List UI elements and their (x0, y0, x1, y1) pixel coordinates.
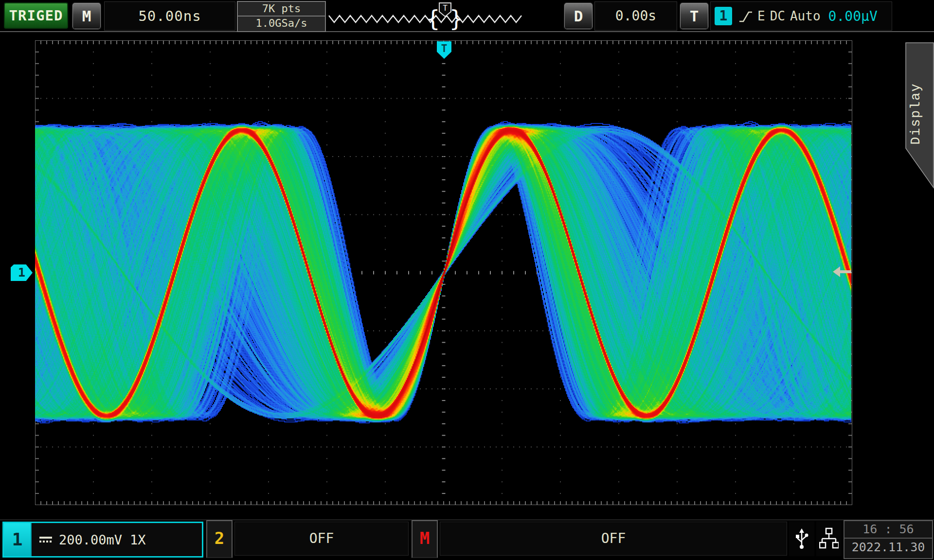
acquisition-readout: 7K pts 1.0GSa/s (237, 1, 326, 32)
clock-panel: 16 : 56 2022.11.30 (844, 520, 933, 559)
trigger-status-badge: TRIGED (4, 2, 68, 29)
usb-icon (794, 527, 809, 550)
dc-coupling-icon (39, 537, 53, 542)
trigger-edge-label: E (757, 9, 765, 23)
channel1-badge[interactable]: 1 (4, 523, 32, 556)
channel1-status[interactable]: 1 200.00mV 1X (2, 522, 203, 558)
channel1-scale: 200.00mV (59, 532, 122, 547)
delay-readout: 0.00s (594, 1, 677, 31)
lan-status (816, 521, 842, 556)
timebase-readout: 50.00ns (104, 1, 235, 31)
right-bracket: } (449, 5, 463, 31)
channel1-zero-marker[interactable]: 1 (11, 264, 33, 281)
waveform-display (35, 40, 852, 505)
waveform-zigzag-icon (329, 16, 521, 22)
trigger-menu-button[interactable]: T (679, 2, 709, 30)
channel1-probe: 1X (130, 532, 146, 547)
clock-time: 16 : 56 (844, 521, 932, 538)
lan-icon (819, 527, 839, 550)
trigger-info-readout: 1 E DC Auto 0.00µV (710, 1, 892, 31)
channel2-status[interactable]: OFF (234, 522, 409, 556)
bottom-status-bar: 1 200.00mV 1X 2 OFF M OFF (0, 520, 934, 560)
math-status[interactable]: OFF (440, 522, 787, 556)
trigger-position-indicator: { } T (327, 1, 527, 31)
channel2-badge[interactable]: 2 (206, 520, 233, 558)
left-bracket: { (426, 5, 440, 31)
display-tab-label: Display (909, 83, 923, 144)
trigger-source-badge: 1 (715, 7, 732, 25)
trigger-level-readout: 0.00µV (828, 8, 878, 24)
memory-depth: 7K pts (238, 2, 325, 16)
trigger-flag-label: T (443, 3, 448, 13)
display-tab[interactable]: Display (900, 41, 934, 192)
trigger-level-arrow[interactable] (833, 266, 852, 278)
delay-menu-button[interactable]: D (563, 2, 593, 30)
usb-status (789, 521, 814, 556)
trigger-sweep-mode: Auto (790, 9, 821, 23)
top-status-bar: TRIGED M 50.00ns 7K pts 1.0GSa/s { } T D… (0, 0, 934, 32)
horizontal-menu-button[interactable]: M (72, 2, 102, 30)
sample-rate: 1.0GSa/s (238, 17, 325, 30)
math-badge[interactable]: M (412, 520, 438, 558)
trigger-coupling: DC (770, 9, 785, 23)
rising-edge-icon (738, 8, 753, 24)
clock-date: 2022.11.30 (844, 539, 932, 556)
